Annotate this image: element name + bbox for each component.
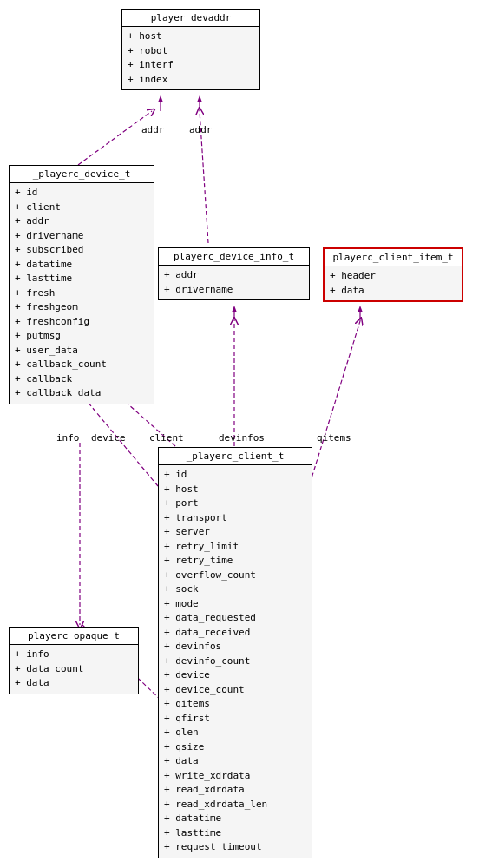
field: + qfirst: [164, 712, 306, 727]
label-device: device: [91, 432, 126, 444]
field: + request_timeout: [164, 840, 306, 855]
field: + qlen: [164, 726, 306, 740]
diagram-container: player_devaddr + host + robot + interf +…: [0, 0, 479, 868]
svg-marker-16: [232, 306, 237, 312]
field: + port: [164, 496, 306, 511]
label-addr2: addr: [189, 124, 213, 135]
field: + id: [15, 186, 148, 201]
svg-line-0: [78, 111, 152, 165]
label-addr1: addr: [141, 124, 165, 135]
field: + callback_data: [15, 386, 148, 401]
field: + callback: [15, 372, 148, 387]
field: + putmsg: [15, 329, 148, 344]
field: + header: [330, 269, 456, 284]
box-playerc-opaque-t-body: + info + data_count + data: [10, 645, 138, 694]
field: + write_xdrdata: [164, 769, 306, 784]
field: + drivername: [164, 283, 304, 298]
field: + device_count: [164, 683, 306, 698]
box-player-devaddr-body: + host + robot + interf + index: [122, 27, 259, 89]
svg-marker-9: [158, 95, 163, 102]
svg-marker-18: [358, 306, 363, 312]
field: + datatime: [164, 812, 306, 826]
field: + drivername: [15, 229, 148, 244]
label-qitems: qitems: [317, 432, 351, 444]
field: + data_requested: [164, 611, 306, 626]
field: + interf: [128, 58, 254, 73]
box-playerc-device-t: _playerc_device_t + id + client + addr +…: [9, 165, 154, 404]
box-playerc-opaque-t: playerc_opaque_t + info + data_count + d…: [9, 627, 139, 694]
field: + subscribed: [15, 243, 148, 258]
box-player-devaddr-title: player_devaddr: [122, 10, 259, 27]
field: + id: [164, 468, 306, 483]
field: + data: [164, 754, 306, 769]
field: + info: [15, 648, 133, 662]
field: + sock: [164, 582, 306, 597]
box-playerc-client-item-t: playerc_client_item_t + header + data: [323, 247, 463, 302]
field: + devinfos: [164, 640, 306, 654]
field: + data_received: [164, 626, 306, 641]
field: + callback_count: [15, 358, 148, 372]
field: + freshgeom: [15, 300, 148, 315]
field: + fresh: [15, 286, 148, 301]
field: + host: [164, 483, 306, 497]
field: + robot: [128, 44, 254, 59]
field: + devinfo_count: [164, 654, 306, 669]
box-playerc-device-t-body: + id + client + addr + drivername + subs…: [10, 183, 154, 404]
field: + datatime: [15, 258, 148, 273]
box-playerc-client-t-title: _playerc_client_t: [159, 448, 312, 465]
field: + index: [128, 73, 254, 88]
box-playerc-device-info-t-title: playerc_device_info_t: [159, 248, 309, 266]
box-playerc-client-t: _playerc_client_t + id + host + port + t…: [158, 447, 312, 858]
field: + overflow_count: [164, 569, 306, 583]
field: + lasttime: [15, 272, 148, 286]
field: + lasttime: [164, 826, 306, 841]
field: + addr: [164, 268, 304, 283]
field: + data: [330, 284, 456, 299]
field: + transport: [164, 511, 306, 526]
field: + mode: [164, 597, 306, 612]
box-player-devaddr: player_devaddr + host + robot + interf +…: [121, 9, 260, 90]
field: + freshconfig: [15, 315, 148, 330]
svg-marker-11: [197, 95, 202, 102]
field: + device: [164, 668, 306, 683]
box-playerc-opaque-t-title: playerc_opaque_t: [10, 628, 138, 645]
field: + read_xdrdata: [164, 783, 306, 798]
box-playerc-client-item-t-body: + header + data: [325, 266, 462, 300]
label-info: info: [56, 432, 80, 444]
field: + qitems: [164, 697, 306, 712]
field: + host: [128, 30, 254, 44]
field: + data_count: [15, 662, 133, 677]
field: + addr: [15, 214, 148, 229]
label-client: client: [149, 432, 184, 444]
box-playerc-device-t-title: _playerc_device_t: [10, 166, 154, 183]
field: + server: [164, 525, 306, 540]
label-devinfos: devinfos: [219, 432, 265, 444]
box-playerc-client-t-body: + id + host + port + transport + server …: [159, 465, 312, 858]
field: + user_data: [15, 344, 148, 358]
box-playerc-device-info-t: playerc_device_info_t + addr + drivernam…: [158, 247, 310, 300]
field: + data: [15, 676, 133, 691]
field: + client: [15, 201, 148, 215]
field: + qsize: [164, 740, 306, 755]
field: + retry_limit: [164, 540, 306, 555]
box-playerc-device-info-t-body: + addr + drivername: [159, 266, 309, 299]
field: + read_xdrdata_len: [164, 798, 306, 812]
box-playerc-client-item-t-title: playerc_client_item_t: [325, 249, 462, 266]
field: + retry_time: [164, 554, 306, 569]
